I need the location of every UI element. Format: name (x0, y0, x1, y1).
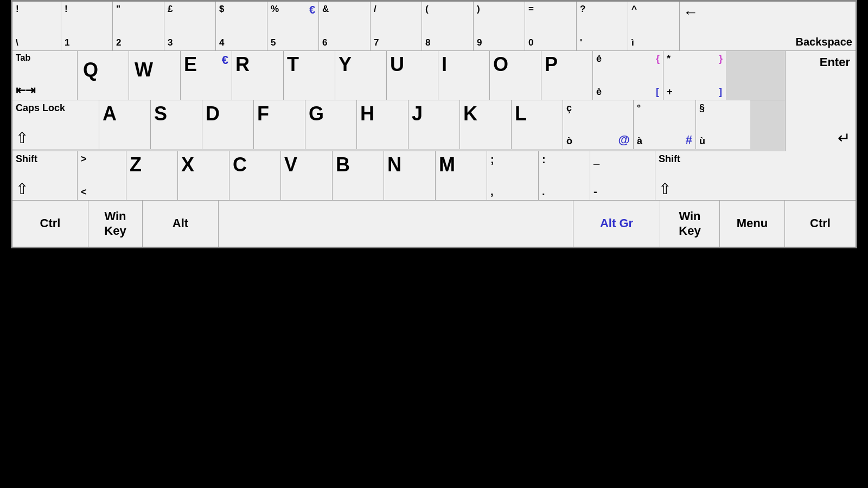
key-1[interactable]: ! 1 (61, 2, 113, 50)
right-win-key[interactable]: Win Key (660, 201, 720, 247)
key-6[interactable]: & 6 (319, 2, 371, 50)
right-ctrl-key[interactable]: Ctrl (785, 201, 856, 247)
key-3[interactable]: £ 3 (164, 2, 216, 50)
tab-key[interactable]: Tab ⇤⇥ (12, 51, 78, 100)
keyboard: ! \ ! 1 " 2 £ 3 $ (11, 0, 857, 248)
caps-lock-key[interactable]: Caps Lock ⇧ (12, 100, 99, 149)
z-key[interactable]: Z (126, 151, 178, 200)
q-key[interactable]: Q (78, 51, 129, 100)
p-key[interactable]: P (541, 51, 593, 100)
left-ctrl-key[interactable]: Ctrl (12, 201, 88, 247)
e-key[interactable]: E € (181, 51, 232, 100)
semicolon-key[interactable]: ç ò @ (563, 100, 634, 149)
key-caret[interactable]: ^ ì (628, 2, 680, 50)
key-8[interactable]: ( 8 (422, 2, 474, 50)
comma-key[interactable]: ; , (487, 151, 539, 200)
hash-key[interactable]: § ù (696, 100, 750, 149)
key-0[interactable]: = 0 (525, 2, 577, 50)
h-key[interactable]: H (357, 100, 409, 149)
asdf-row: Caps Lock ⇧ A S D F (12, 100, 785, 149)
w-key[interactable]: W (129, 51, 181, 100)
shift-row: Shift ⇧ > < Z X C V B (12, 151, 856, 201)
n-key[interactable]: N (384, 151, 436, 200)
y-key[interactable]: Y (335, 51, 387, 100)
b-key[interactable]: B (333, 151, 384, 200)
right-shift-key[interactable]: Shift ⇧ (655, 151, 856, 200)
number-row: ! \ ! 1 " 2 £ 3 $ (12, 2, 856, 51)
g-key[interactable]: G (305, 100, 357, 149)
t-key[interactable]: T (284, 51, 335, 100)
k-key[interactable]: K (460, 100, 512, 149)
a-key[interactable]: A (99, 100, 151, 149)
r-key[interactable]: R (232, 51, 284, 100)
space-key[interactable] (219, 201, 573, 247)
period-key[interactable]: : . (539, 151, 590, 200)
key-question[interactable]: ? ' (577, 2, 628, 50)
qwerty-row: Tab ⇤⇥ Q W E (12, 51, 785, 100)
alt-key[interactable]: Alt (143, 201, 219, 247)
menu-key[interactable]: Menu (720, 201, 785, 247)
lessthan-key[interactable]: > < (78, 151, 126, 200)
l-key[interactable]: L (512, 100, 563, 149)
key-4[interactable]: $ 4 (216, 2, 267, 50)
backspace-key[interactable]: ← Backspace (680, 2, 856, 50)
key-backtick[interactable]: ! \ (12, 2, 61, 50)
o-key[interactable]: O (490, 51, 541, 100)
bracket-open-key[interactable]: é è { [ (593, 51, 663, 100)
v-key[interactable]: V (281, 151, 333, 200)
altgr-key[interactable]: Alt Gr (573, 201, 660, 247)
apostrophe-key[interactable]: ° à # (634, 100, 696, 149)
key-2[interactable]: " 2 (113, 2, 164, 50)
rows-2-3-left: Tab ⇤⇥ Q W E (12, 51, 785, 151)
key-9[interactable]: ) 9 (474, 2, 525, 50)
key-7[interactable]: / 7 (371, 2, 422, 50)
f-key[interactable]: F (254, 100, 305, 149)
left-shift-key[interactable]: Shift ⇧ (12, 151, 78, 200)
left-win-key[interactable]: Win Key (88, 201, 143, 247)
enter-key[interactable]: Enter ↵ (785, 51, 856, 151)
u-key[interactable]: U (387, 51, 438, 100)
slash-key[interactable]: _ - (590, 151, 655, 200)
bracket-close-key[interactable]: * + } ] (663, 51, 726, 100)
rows-2-3-container: Tab ⇤⇥ Q W E (12, 51, 856, 151)
d-key[interactable]: D (202, 100, 254, 149)
c-key[interactable]: C (229, 151, 281, 200)
j-key[interactable]: J (409, 100, 460, 149)
m-key[interactable]: M (436, 151, 487, 200)
i-key[interactable]: I (438, 51, 490, 100)
bottom-row: Ctrl Win Key Alt Alt Gr Win Key Menu (12, 201, 856, 247)
x-key[interactable]: X (178, 151, 229, 200)
s-key[interactable]: S (151, 100, 202, 149)
key-5[interactable]: % € 5 (267, 2, 319, 50)
